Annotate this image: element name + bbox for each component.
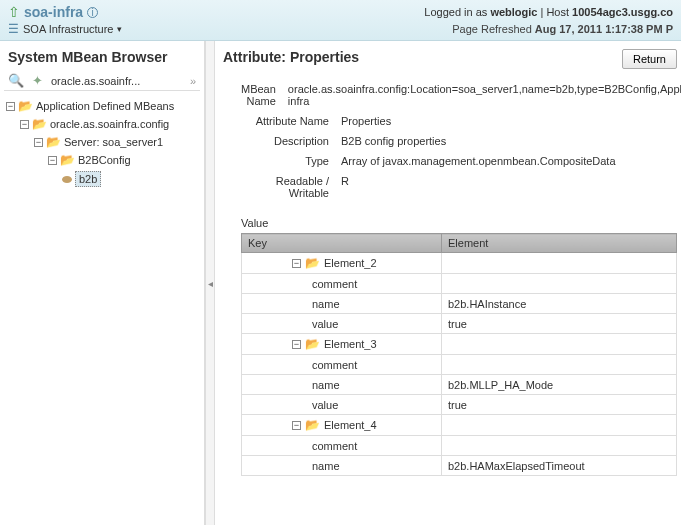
key-label: comment <box>312 440 357 452</box>
attr-name-label: Attribute Name <box>241 115 341 127</box>
rw-label: Readable / Writable <box>241 175 341 199</box>
collapse-icon[interactable]: − <box>34 138 43 147</box>
table-row[interactable]: comment <box>242 436 677 456</box>
key-label: value <box>312 318 338 330</box>
table-row[interactable]: nameb2b.HAInstance <box>242 294 677 314</box>
table-row[interactable]: −📂Element_3 <box>242 334 677 355</box>
element-value <box>442 355 677 375</box>
tree-row-b2b[interactable]: b2b <box>6 169 200 189</box>
tree-row-b2bconfig[interactable]: − 📂 B2BConfig <box>6 151 200 169</box>
table-row[interactable]: comment <box>242 274 677 294</box>
key-label: Element_4 <box>324 419 377 431</box>
collapse-icon[interactable]: − <box>48 156 57 165</box>
toolbar: 🔍 ✦ oracle.as.soainfr... » <box>4 71 200 91</box>
chevron-right-icon[interactable]: » <box>190 75 196 87</box>
info-table: MBean Nameoracle.as.soainfra.config:Loca… <box>241 79 677 203</box>
key-label: name <box>312 379 340 391</box>
desc-label: Description <box>241 135 341 147</box>
table-row[interactable]: nameb2b.MLLP_HA_Mode <box>242 375 677 395</box>
folder-icon: 📂 <box>32 117 47 131</box>
key-label: Element_2 <box>324 257 377 269</box>
wand-icon[interactable]: ✦ <box>32 73 43 88</box>
chevron-down-icon: ▾ <box>117 24 122 34</box>
tree: − 📂 Application Defined MBeans − 📂 oracl… <box>4 97 200 189</box>
folder-icon: 📂 <box>46 135 61 149</box>
refresh-info: Page Refreshed Aug 17, 2011 1:17:38 PM P <box>452 23 673 35</box>
binoculars-icon[interactable]: 🔍 <box>8 73 24 88</box>
panel-title: System MBean Browser <box>4 49 200 65</box>
bean-icon <box>62 176 72 183</box>
element-value: b2b.HAMaxElapsedTimeout <box>442 456 677 476</box>
table-row[interactable]: valuetrue <box>242 314 677 334</box>
element-value <box>442 436 677 456</box>
splitter[interactable]: ◂ <box>205 41 215 525</box>
page-header: ⇧ soa-infra i Logged in as weblogic | Ho… <box>0 0 681 41</box>
table-row[interactable]: valuetrue <box>242 395 677 415</box>
rw-value: R <box>341 175 677 199</box>
value-table: Key Element −📂Element_2commentnameb2b.HA… <box>241 233 677 476</box>
element-value: true <box>442 314 677 334</box>
element-value <box>442 415 677 436</box>
mbean-name-value: oracle.as.soainfra.config:Location=soa_s… <box>288 83 681 107</box>
app-title[interactable]: soa-infra <box>24 4 83 20</box>
folder-icon: 📂 <box>60 153 75 167</box>
key-label: name <box>312 298 340 310</box>
key-label: comment <box>312 278 357 290</box>
collapse-icon[interactable]: − <box>6 102 15 111</box>
collapse-icon[interactable]: − <box>292 259 301 268</box>
element-value <box>442 334 677 355</box>
col-element[interactable]: Element <box>442 234 677 253</box>
key-label: name <box>312 460 340 472</box>
mbean-name-label: MBean Name <box>241 83 288 107</box>
attribute-title: Attribute: Properties <box>223 49 359 65</box>
table-row[interactable]: −📂Element_2 <box>242 253 677 274</box>
type-value: Array of javax.management.openmbean.Comp… <box>341 155 677 167</box>
element-value: true <box>442 395 677 415</box>
element-value: b2b.MLLP_HA_Mode <box>442 375 677 395</box>
desc-value: B2B config properties <box>341 135 677 147</box>
folder-icon: 📂 <box>305 256 320 270</box>
info-icon[interactable]: i <box>87 7 98 18</box>
breadcrumb[interactable]: oracle.as.soainfr... <box>51 75 140 87</box>
element-value <box>442 253 677 274</box>
collapse-icon[interactable]: − <box>20 120 29 129</box>
tree-row-config[interactable]: − 📂 oracle.as.soainfra.config <box>6 115 200 133</box>
collapse-icon[interactable]: − <box>292 340 301 349</box>
value-label: Value <box>241 217 677 229</box>
splitter-handle-icon: ◂ <box>208 278 213 289</box>
folder-icon: 📂 <box>305 337 320 351</box>
element-value: b2b.HAInstance <box>442 294 677 314</box>
attr-name-value: Properties <box>341 115 677 127</box>
collapse-icon[interactable]: − <box>292 421 301 430</box>
folder-icon: 📂 <box>305 418 320 432</box>
return-button[interactable]: Return <box>622 49 677 69</box>
key-label: Element_3 <box>324 338 377 350</box>
table-row[interactable]: nameb2b.HAMaxElapsedTimeout <box>242 456 677 476</box>
element-value <box>442 274 677 294</box>
folder-icon: 📂 <box>18 99 33 113</box>
tree-row-server[interactable]: − 📂 Server: soa_server1 <box>6 133 200 151</box>
stack-icon: ☰ <box>8 22 19 36</box>
key-label: value <box>312 399 338 411</box>
left-panel: System MBean Browser 🔍 ✦ oracle.as.soain… <box>0 41 205 525</box>
table-row[interactable]: −📂Element_4 <box>242 415 677 436</box>
col-key[interactable]: Key <box>242 234 442 253</box>
table-row[interactable]: comment <box>242 355 677 375</box>
infra-menu[interactable]: ☰ SOA Infrastructure ▾ <box>8 22 122 36</box>
right-panel: Attribute: Properties Return MBean Nameo… <box>215 41 681 525</box>
key-label: comment <box>312 359 357 371</box>
tree-row-root[interactable]: − 📂 Application Defined MBeans <box>6 97 200 115</box>
type-label: Type <box>241 155 341 167</box>
up-arrow-icon[interactable]: ⇧ <box>8 4 20 20</box>
login-info: Logged in as weblogic | Host 10054agc3.u… <box>424 6 673 18</box>
